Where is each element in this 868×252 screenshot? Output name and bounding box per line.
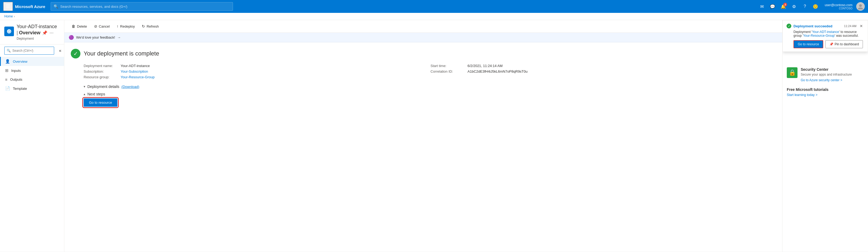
user-info[interactable]: user@contoso.com CONTOSO (825, 3, 852, 10)
help-icon-button[interactable]: ? (800, 2, 810, 11)
outputs-icon: ≡ (5, 77, 7, 82)
cancel-button[interactable]: ⊘ Cancel (91, 22, 113, 30)
page-content: ✓ Your deployment is complete Deployment… (64, 42, 782, 113)
go-to-resource-button[interactable]: Go to resource (84, 98, 117, 107)
security-center-icon: 🔒 (787, 67, 798, 78)
download-link[interactable]: (Download) (121, 85, 139, 89)
feedback-text: We'd love your feedback! (76, 35, 115, 39)
toast-close-button[interactable]: ✕ (859, 24, 864, 28)
next-steps-section: Go to resource (84, 98, 776, 107)
start-time-label: Start time: (431, 64, 465, 68)
security-card-icon-row: 🔒 Security Center Secure your apps and i… (787, 67, 864, 82)
resource-type: Deployment (17, 37, 57, 40)
sidebar-search-input[interactable] (12, 49, 52, 53)
refresh-button[interactable]: ↻ Refresh (139, 22, 162, 30)
overview-icon: 👤 (5, 59, 10, 64)
sidebar-collapse-button[interactable]: « (57, 48, 63, 54)
template-icon: 📄 (5, 86, 10, 91)
resource-group-link[interactable]: Your-Resource-Group (121, 75, 155, 79)
search-input[interactable] (60, 5, 230, 8)
deployment-complete-title: Your deployment is complete (84, 50, 159, 57)
pin-label: Pin to dashboard (835, 42, 859, 46)
resource-group-value: Your-Resource-Group (121, 75, 155, 79)
redeploy-label: Redeploy (120, 24, 135, 28)
title-pipe: | (17, 30, 18, 36)
sidebar-label-inputs: Inputs (11, 69, 21, 73)
resource-group-label: Resource group: (84, 75, 119, 79)
feedback-icon-button[interactable]: 💬 (768, 2, 777, 11)
notification-toast: ✓ Deployment succeeded 11:24 AM ✕ Deploy… (782, 20, 868, 52)
deployment-name-value: Your-ADT-instance (121, 64, 150, 68)
subscription-label: Subscription: (84, 69, 119, 73)
hamburger-menu-button[interactable]: ☰ (3, 2, 13, 11)
panel-cards: 🔒 Security Center Secure your apps and i… (782, 63, 868, 106)
correlation-row: Correlation ID: A1bC2dE3fH4iJ5kL6mN7oP8q… (431, 69, 776, 73)
breadcrumb-home[interactable]: Home (4, 14, 13, 18)
security-center-desc: Secure your apps and infrastructure (801, 73, 852, 76)
cancel-icon: ⊘ (94, 24, 97, 28)
user-org: CONTOSO (839, 7, 852, 10)
start-time-row: Start time: 6/2/2021, 11:24:14 AM (431, 64, 776, 68)
tutorials-link[interactable]: Start learning today > (787, 93, 817, 97)
sidebar-search-icon: 🔍 (7, 49, 11, 53)
inputs-icon: ⊞ (5, 68, 8, 73)
deployment-name-label: Deployment name: (84, 64, 119, 68)
sidebar-item-template[interactable]: 📄 Template (0, 84, 64, 93)
toast-time: 11:24 AM (844, 24, 857, 28)
sidebar-item-outputs[interactable]: ≡ Outputs (0, 75, 64, 84)
toast-body: Deployment 'Your-ADT-instance' to resour… (786, 30, 864, 37)
delete-label: Delete (77, 24, 87, 28)
user-email: user@contoso.com (825, 3, 852, 7)
correlation-label: Correlation ID: (431, 69, 465, 73)
resource-icon: ⬡ (4, 27, 14, 36)
subscription-link[interactable]: Your-Subscription (121, 69, 148, 73)
sidebar-navigation: 👤 Overview ⊞ Inputs ≡ Outputs 📄 Template (0, 57, 64, 252)
avatar[interactable] (856, 2, 865, 11)
more-options-button[interactable]: ··· (49, 30, 54, 36)
top-navigation: ☰ Microsoft Azure 🔍 ✉ 💬 🔔 2 ⚙ ? 🙂 user@c… (0, 0, 868, 13)
redeploy-button[interactable]: ↑ Redeploy (114, 22, 138, 30)
sidebar-header: ⬡ Your-ADT-instance | Overview 📌 ··· Dep… (0, 20, 64, 44)
sidebar-label-template: Template (13, 87, 27, 91)
pin-button[interactable]: 📌 (41, 30, 48, 36)
deployment-details-toggle[interactable]: ▾ Deployment details (Download) (84, 85, 140, 89)
refresh-label: Refresh (147, 24, 159, 28)
toast-pin-button[interactable]: 📌 Pin to dashboard (826, 40, 863, 48)
smiley-icon-button[interactable]: 🙂 (811, 2, 820, 11)
svg-point-0 (859, 4, 862, 7)
sidebar-label-outputs: Outputs (10, 77, 23, 82)
delete-button[interactable]: 🗑 Delete (69, 22, 90, 30)
settings-icon-button[interactable]: ⚙ (789, 2, 799, 11)
success-icon: ✓ (71, 49, 81, 58)
toast-group-link[interactable]: Your-Resource-Group (803, 34, 835, 37)
deployment-details-grid: Deployment name: Your-ADT-instance Start… (84, 64, 776, 79)
search-bar[interactable]: 🔍 (51, 2, 233, 11)
redeploy-icon: ↑ (117, 24, 119, 28)
security-center-link[interactable]: Go to Azure security center > (801, 78, 842, 82)
sidebar-label-overview: Overview (13, 60, 27, 64)
toast-go-to-resource-button[interactable]: Go to resource (794, 40, 823, 48)
next-steps-toggle[interactable]: ▴ Next steps (84, 92, 105, 96)
tutorials-card: Free Microsoft tutorials Start learning … (787, 87, 864, 97)
section-title: Overview (19, 30, 40, 36)
notifications-icon-button[interactable]: 🔔 2 (778, 2, 788, 11)
feedback-arrow: → (117, 35, 121, 39)
toast-instance-link[interactable]: Your-ADT-instance (812, 30, 839, 34)
main-content: 🗑 Delete ⊘ Cancel ↑ Redeploy ↻ Refresh 🟣… (64, 20, 782, 252)
toast-actions: Go to resource 📌 Pin to dashboard (786, 40, 864, 48)
sidebar-search[interactable]: 🔍 (4, 46, 54, 55)
sidebar-item-inputs[interactable]: ⊞ Inputs (0, 66, 64, 75)
search-icon: 🔍 (54, 4, 58, 8)
next-steps-collapse-icon: ▴ (84, 92, 85, 96)
sidebar-item-overview[interactable]: 👤 Overview (0, 57, 64, 66)
refresh-icon: ↻ (142, 24, 145, 28)
feedback-bar[interactable]: 🟣 We'd love your feedback! → (64, 33, 782, 42)
svg-text:⬡: ⬡ (8, 30, 10, 33)
main-layout: ⬡ Your-ADT-instance | Overview 📌 ··· Dep… (0, 20, 868, 252)
cancel-label: Cancel (99, 24, 110, 28)
security-center-card: 🔒 Security Center Secure your apps and i… (787, 67, 864, 82)
resource-group-row: Resource group: Your-Resource-Group (84, 75, 429, 79)
right-panel: ✓ Deployment succeeded 11:24 AM ✕ Deploy… (782, 20, 868, 252)
email-icon-button[interactable]: ✉ (757, 2, 767, 11)
subscription-value: Your-Subscription (121, 69, 148, 73)
